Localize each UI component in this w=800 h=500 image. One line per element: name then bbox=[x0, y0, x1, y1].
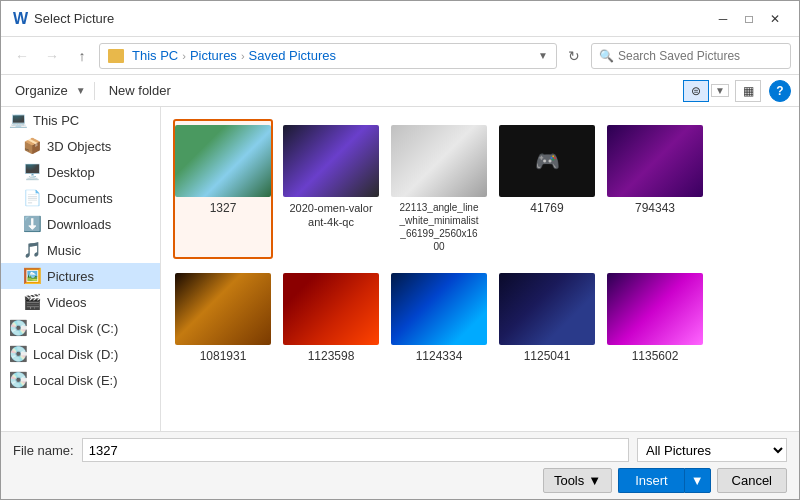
file-area[interactable]: 1327 2020-omen-valorant-4k-qc 22113_angl… bbox=[161, 107, 799, 431]
select-picture-dialog: W Select Picture ─ □ ✕ ← → ↑ This PC › P… bbox=[0, 0, 800, 500]
sidebar-label-local-d: Local Disk (D:) bbox=[33, 347, 118, 362]
insert-button-group: Insert ▼ bbox=[618, 468, 710, 493]
file-name-valorant: 2020-omen-valorant-4k-qc bbox=[289, 201, 372, 230]
sidebar-item-local-c[interactable]: 💽 Local Disk (C:) bbox=[1, 315, 160, 341]
file-thumb-1124334 bbox=[391, 273, 487, 345]
file-name-angle: 22113_angle_line_white_minimalist_66199_… bbox=[400, 201, 479, 253]
file-name-41769: 41769 bbox=[530, 201, 563, 217]
back-button[interactable]: ← bbox=[9, 43, 35, 69]
sidebar-item-local-d[interactable]: 💽 Local Disk (D:) bbox=[1, 341, 160, 367]
file-item-1327[interactable]: 1327 bbox=[173, 119, 273, 259]
insert-dropdown-arrow: ▼ bbox=[691, 473, 704, 488]
file-thumb-valorant bbox=[283, 125, 379, 197]
view-large-icons-button[interactable]: ⊜ bbox=[683, 80, 709, 102]
dialog-title: Select Picture bbox=[34, 11, 114, 26]
sidebar-label-music: Music bbox=[47, 243, 81, 258]
local-c-icon: 💽 bbox=[9, 319, 27, 337]
sidebar-item-this-pc[interactable]: 💻 This PC bbox=[1, 107, 160, 133]
sidebar-item-desktop[interactable]: 🖥️ Desktop bbox=[1, 159, 160, 185]
tools-dropdown[interactable]: Tools ▼ bbox=[543, 468, 612, 493]
minimize-button[interactable]: ─ bbox=[711, 9, 735, 29]
close-button[interactable]: ✕ bbox=[763, 9, 787, 29]
file-name-1135602: 1135602 bbox=[632, 349, 679, 365]
toolbar-separator bbox=[94, 82, 95, 100]
forward-button[interactable]: → bbox=[39, 43, 65, 69]
file-item-794343[interactable]: 794343 bbox=[605, 119, 705, 259]
file-thumb-1125041 bbox=[499, 273, 595, 345]
sidebar-item-videos[interactable]: 🎬 Videos bbox=[1, 289, 160, 315]
breadcrumb-item-thispc[interactable]: This PC bbox=[132, 48, 178, 63]
documents-icon: 📄 bbox=[23, 189, 41, 207]
view-dropdown-arrow[interactable]: ▼ bbox=[711, 84, 729, 97]
navigation-bar: ← → ↑ This PC › Pictures › Saved Picture… bbox=[1, 37, 799, 75]
sidebar-label-local-c: Local Disk (C:) bbox=[33, 321, 118, 336]
title-bar-left: W Select Picture bbox=[13, 10, 114, 28]
3d-objects-icon: 📦 bbox=[23, 137, 41, 155]
organize-arrow: ▼ bbox=[76, 85, 86, 96]
tools-arrow: ▼ bbox=[588, 473, 601, 488]
maximize-button[interactable]: □ bbox=[737, 9, 761, 29]
file-item-1125041[interactable]: 1125041 bbox=[497, 267, 597, 371]
sidebar-item-downloads[interactable]: ⬇️ Downloads bbox=[1, 211, 160, 237]
sidebar-label-documents: Documents bbox=[47, 191, 113, 206]
sidebar-item-3d-objects[interactable]: 📦 3D Objects bbox=[1, 133, 160, 159]
breadcrumb-item-pictures[interactable]: Pictures bbox=[190, 48, 237, 63]
bottom-bar: File name: All Pictures PNG Files JPEG F… bbox=[1, 431, 799, 499]
sidebar-label-videos: Videos bbox=[47, 295, 87, 310]
search-icon: 🔍 bbox=[599, 49, 614, 63]
file-item-1124334[interactable]: 1124334 bbox=[389, 267, 489, 371]
view-pane-button[interactable]: ▦ bbox=[735, 80, 761, 102]
actions-row: Tools ▼ Insert ▼ Cancel bbox=[13, 468, 787, 493]
sidebar: 💻 This PC 📦 3D Objects 🖥️ Desktop 📄 Docu… bbox=[1, 107, 161, 431]
file-item-1081931[interactable]: 1081931 bbox=[173, 267, 273, 371]
desktop-icon: 🖥️ bbox=[23, 163, 41, 181]
file-thumb-794343 bbox=[607, 125, 703, 197]
search-input[interactable] bbox=[591, 43, 791, 69]
insert-dropdown-button[interactable]: ▼ bbox=[684, 468, 711, 493]
file-item-41769[interactable]: 🎮 41769 bbox=[497, 119, 597, 259]
music-icon: 🎵 bbox=[23, 241, 41, 259]
file-item-valorant[interactable]: 2020-omen-valorant-4k-qc bbox=[281, 119, 381, 259]
file-grid: 1327 2020-omen-valorant-4k-qc 22113_angl… bbox=[169, 115, 791, 375]
help-button[interactable]: ? bbox=[769, 80, 791, 102]
refresh-button[interactable]: ↻ bbox=[561, 43, 587, 69]
new-folder-button[interactable]: New folder bbox=[103, 81, 177, 100]
tools-button[interactable]: Tools ▼ bbox=[543, 468, 612, 493]
sidebar-item-pictures[interactable]: 🖼️ Pictures bbox=[1, 263, 160, 289]
insert-button[interactable]: Insert bbox=[618, 468, 684, 493]
local-e-icon: 💽 bbox=[9, 371, 27, 389]
main-area: 💻 This PC 📦 3D Objects 🖥️ Desktop 📄 Docu… bbox=[1, 107, 799, 431]
file-thumb-1327 bbox=[175, 125, 271, 197]
pictures-icon: 🖼️ bbox=[23, 267, 41, 285]
breadcrumb[interactable]: This PC › Pictures › Saved Pictures ▼ bbox=[99, 43, 557, 69]
local-d-icon: 💽 bbox=[9, 345, 27, 363]
up-button[interactable]: ↑ bbox=[69, 43, 95, 69]
file-name-1081931: 1081931 bbox=[200, 349, 247, 365]
filename-label: File name: bbox=[13, 443, 74, 458]
sidebar-item-local-e[interactable]: 💽 Local Disk (E:) bbox=[1, 367, 160, 393]
organize-dropdown[interactable]: Organize ▼ bbox=[9, 81, 86, 100]
filetype-select[interactable]: All Pictures PNG Files JPEG Files BMP Fi… bbox=[637, 438, 787, 462]
toolbar: Organize ▼ New folder ⊜ ▼ ▦ ? bbox=[1, 75, 799, 107]
file-name-1327: 1327 bbox=[210, 201, 237, 217]
sidebar-label-3d-objects: 3D Objects bbox=[47, 139, 111, 154]
file-item-1135602[interactable]: 1135602 bbox=[605, 267, 705, 371]
file-item-1123598[interactable]: 1123598 bbox=[281, 267, 381, 371]
sidebar-item-documents[interactable]: 📄 Documents bbox=[1, 185, 160, 211]
file-name-1124334: 1124334 bbox=[416, 349, 463, 365]
cancel-button[interactable]: Cancel bbox=[717, 468, 787, 493]
organize-button[interactable]: Organize bbox=[9, 81, 74, 100]
sidebar-label-local-e: Local Disk (E:) bbox=[33, 373, 118, 388]
breadcrumb-item-savedpictures[interactable]: Saved Pictures bbox=[249, 48, 336, 63]
sidebar-item-music[interactable]: 🎵 Music bbox=[1, 237, 160, 263]
file-thumb-1135602 bbox=[607, 273, 703, 345]
filename-input[interactable] bbox=[82, 438, 629, 462]
file-name-1125041: 1125041 bbox=[524, 349, 571, 365]
file-name-794343: 794343 bbox=[635, 201, 675, 217]
this-pc-icon: 💻 bbox=[9, 111, 27, 129]
file-item-angle[interactable]: 22113_angle_line_white_minimalist_66199_… bbox=[389, 119, 489, 259]
file-thumb-1081931 bbox=[175, 273, 271, 345]
file-name-1123598: 1123598 bbox=[308, 349, 355, 365]
downloads-icon: ⬇️ bbox=[23, 215, 41, 233]
file-thumb-angle bbox=[391, 125, 487, 197]
